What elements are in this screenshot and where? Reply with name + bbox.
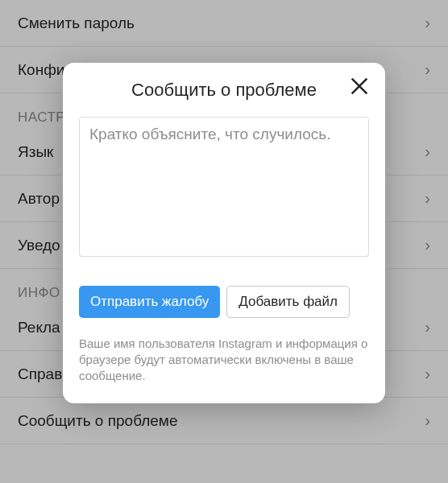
modal-overlay: Сообщить о проблеме Отправить жалобу Доб… xyxy=(0,0,448,483)
disclosure-text: Ваше имя пользователя Instagram и информ… xyxy=(79,336,369,385)
report-problem-modal: Сообщить о проблеме Отправить жалобу Доб… xyxy=(63,63,385,403)
button-row: Отправить жалобу Добавить файл xyxy=(79,286,369,318)
close-icon xyxy=(348,75,371,97)
submit-button[interactable]: Отправить жалобу xyxy=(79,286,220,318)
report-textarea[interactable] xyxy=(79,117,369,257)
close-button[interactable] xyxy=(346,74,372,100)
modal-title: Сообщить о проблеме xyxy=(79,77,369,117)
attach-file-button[interactable]: Добавить файл xyxy=(226,286,350,318)
